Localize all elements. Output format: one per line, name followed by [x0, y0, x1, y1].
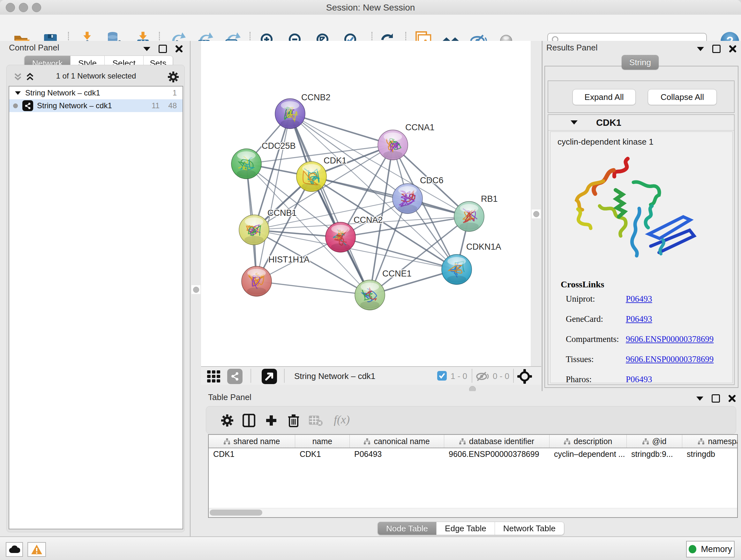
table-cell[interactable]: P06493: [350, 448, 444, 460]
network-node-CDC25B[interactable]: [231, 149, 261, 179]
table-panel: Table Panel: [191, 391, 741, 537]
scrollbar-thumb[interactable]: [210, 509, 262, 516]
expand-all-networks-icon[interactable]: [25, 72, 35, 81]
column-header-database-identifier[interactable]: database identifier: [444, 435, 549, 448]
crosslink-value-link[interactable]: P06493: [626, 294, 652, 304]
tab-network-table[interactable]: Network Table: [495, 522, 564, 535]
function-builder-button[interactable]: f(x): [334, 413, 350, 426]
create-column-button[interactable]: [263, 412, 280, 429]
network-node-CCNE1[interactable]: [355, 280, 385, 310]
crosslink-value-link[interactable]: P06493: [626, 374, 652, 383]
results-panel-float-button[interactable]: [712, 45, 721, 53]
toolbar-divider: [251, 369, 251, 383]
memory-button[interactable]: Memory: [686, 541, 735, 557]
control-panel-float-button[interactable]: [158, 45, 167, 53]
node-label: CCNA2: [354, 215, 383, 225]
network-edge[interactable]: [257, 281, 370, 295]
grid-view-button[interactable]: [205, 368, 222, 385]
memory-label: Memory: [701, 544, 732, 554]
network-node-HIST1H1A[interactable]: [242, 266, 272, 296]
network-edge[interactable]: [312, 177, 469, 216]
column-header-canonical-name[interactable]: canonical name: [350, 435, 444, 448]
column-header-shared-name[interactable]: shared name: [209, 435, 295, 448]
network-node-CDKN1A[interactable]: [442, 254, 472, 285]
arrow-up-right-icon: [262, 369, 277, 384]
delete-table-icon: [309, 415, 323, 426]
results-panel-close-icon[interactable]: [729, 45, 737, 53]
network-node-CCNB1[interactable]: [239, 215, 269, 245]
network-node-CCNA2[interactable]: [326, 222, 355, 252]
warning-icon: [31, 544, 43, 555]
node-result-header[interactable]: CDK1: [548, 115, 734, 131]
node-result-expander-icon[interactable]: [570, 120, 578, 125]
show-columns-button[interactable]: [241, 412, 257, 429]
network-share-view-button[interactable]: [226, 368, 243, 385]
tab-node-table[interactable]: Node Table: [378, 522, 436, 535]
node-table: shared namenamecanonical namedatabase id…: [208, 434, 738, 518]
table-panel-float-button[interactable]: [712, 394, 720, 402]
tab-edge-table[interactable]: Edge Table: [436, 522, 495, 535]
tab-string[interactable]: String: [622, 55, 659, 70]
shared-column-icon: [564, 438, 570, 444]
crosslink-row: Compartments:9606.ENSP00000378699: [566, 334, 732, 344]
network-node-RB1[interactable]: [454, 201, 484, 232]
node-label: CCNA1: [405, 123, 434, 132]
network-canvas[interactable]: CCNB2CCNA1CDC25BCDK1CDC6RB1CCNB1CCNA2CDK…: [201, 41, 531, 366]
string-results-box: Expand All Collapse All CDK1 cyclin-depe…: [544, 66, 738, 388]
export-view-button[interactable]: [261, 368, 278, 385]
table-cell[interactable]: CDK1: [295, 448, 350, 460]
cloud-status-button[interactable]: [6, 542, 23, 557]
crosslink-value-link[interactable]: 9606.ENSP00000378699: [626, 334, 714, 344]
warnings-button[interactable]: [27, 542, 46, 557]
delete-table-button[interactable]: [308, 412, 324, 429]
column-header-description[interactable]: description: [549, 435, 627, 448]
collapse-all-networks-icon[interactable]: [13, 72, 23, 81]
status-bar: Memory: [0, 537, 741, 560]
table-panel-menu-button[interactable]: [696, 396, 703, 401]
network-node-CCNB2[interactable]: [275, 99, 305, 129]
crosslink-value-link[interactable]: P06493: [626, 314, 652, 324]
network-options-gear-icon[interactable]: [168, 71, 179, 82]
shared-column-icon: [364, 438, 370, 444]
column-header-name[interactable]: name: [295, 435, 350, 448]
memory-status-dot: [689, 545, 696, 553]
node-label: CCNB2: [301, 92, 331, 102]
table-panel-tabs: Node Table Edge Table Network Table: [378, 522, 564, 535]
column-header-namespace[interactable]: namespace: [682, 435, 738, 448]
crosslink-label: GeneCard:: [566, 314, 626, 324]
network-edge[interactable]: [290, 114, 393, 145]
control-panel-menu-button[interactable]: [143, 47, 150, 51]
right-splitter-handle[interactable]: [532, 209, 541, 219]
column-header--id[interactable]: @id: [627, 435, 682, 448]
network-node-CDC6[interactable]: [393, 184, 422, 213]
table-row[interactable]: CDK1CDK1P064939606.ENSP00000378699cyclin…: [209, 448, 738, 460]
crosslink-value-link[interactable]: 9606.ENSP00000378699: [626, 354, 714, 364]
network-graph[interactable]: CCNB2CCNA1CDC25BCDK1CDC6RB1CCNB1CCNA2CDK…: [201, 41, 531, 366]
collection-expander-icon[interactable]: [15, 91, 21, 95]
table-cell[interactable]: 9606.ENSP00000378699: [444, 448, 549, 460]
table-cell[interactable]: CDK1: [209, 448, 295, 460]
table-cell[interactable]: stringdb:9...: [627, 448, 682, 460]
selected-checkbox[interactable]: [437, 371, 447, 381]
network-collection-row[interactable]: String Network – cdk1 1: [9, 86, 183, 99]
control-panel-close-icon[interactable]: [175, 45, 183, 53]
table-cell[interactable]: stringdb: [682, 448, 738, 460]
share-badge-icon: [227, 369, 243, 384]
table-panel-close-icon[interactable]: [728, 395, 736, 402]
table-horizontal-scrollbar[interactable]: [209, 508, 737, 517]
left-splitter-handle[interactable]: [192, 285, 200, 294]
network-node-CDK1[interactable]: [296, 162, 327, 192]
shared-column-icon: [698, 438, 704, 444]
network-edge[interactable]: [290, 114, 370, 295]
control-panel-title: Control Panel: [9, 43, 59, 53]
delete-column-button[interactable]: [285, 412, 302, 429]
expand-all-button[interactable]: Expand All: [572, 89, 636, 105]
table-cell[interactable]: cyclin–dependent ...: [549, 448, 627, 460]
crosslink-label: Tissues:: [566, 354, 626, 364]
results-panel-menu-button[interactable]: [697, 47, 704, 51]
birdseye-toggle-button[interactable]: [516, 368, 533, 385]
table-options-button[interactable]: [219, 412, 235, 429]
collapse-all-button[interactable]: Collapse All: [648, 89, 717, 105]
network-row[interactable]: String Network – cdk1 11 48: [9, 99, 183, 112]
network-node-CCNA1[interactable]: [378, 130, 408, 160]
